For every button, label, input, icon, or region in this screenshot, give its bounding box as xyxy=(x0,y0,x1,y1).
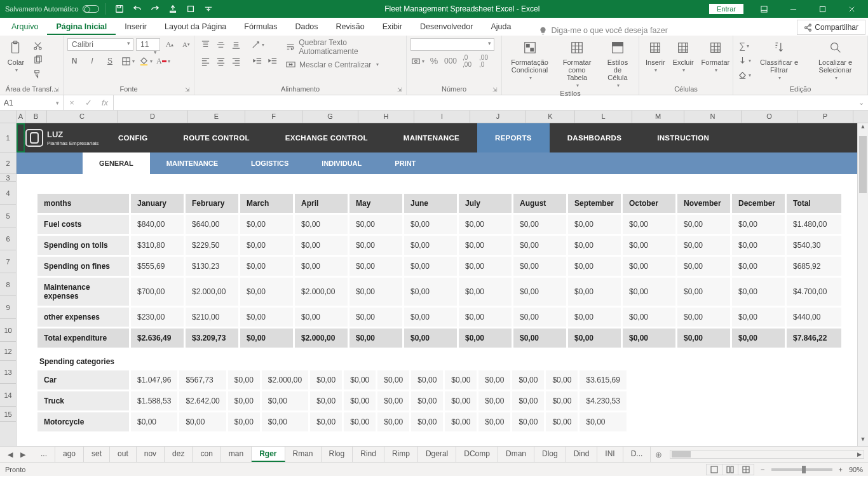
row-header[interactable]: 4 xyxy=(0,182,16,205)
fx-icon[interactable]: fx xyxy=(97,98,113,107)
sheet-tab[interactable]: set xyxy=(84,447,110,462)
view-page-break-icon[interactable] xyxy=(738,464,754,475)
zoom-out-icon[interactable]: − xyxy=(761,466,764,473)
tab-developer[interactable]: Desenvolvedor xyxy=(411,18,482,35)
maximize-icon[interactable] xyxy=(808,0,836,18)
wrap-text-button[interactable]: Quebrar Texto Automaticamente xyxy=(286,38,402,56)
touch-mode-icon[interactable] xyxy=(166,2,180,16)
view-normal-icon[interactable] xyxy=(706,464,722,475)
sheet-tab[interactable]: Dman xyxy=(498,447,534,462)
sheet-tab[interactable]: D... xyxy=(623,447,651,462)
subnav-item[interactable]: LOGISTICS xyxy=(234,152,305,174)
sheet-tab[interactable]: ... xyxy=(33,447,55,462)
login-button[interactable]: Entrar xyxy=(709,4,743,14)
format-as-table-button[interactable]: Formatar como Tabela▾ xyxy=(555,38,599,88)
sheet-body[interactable]: LUZPlanilhas Empresariais CONFIGROUTE CO… xyxy=(17,123,857,446)
sheet-tab[interactable]: Dind xyxy=(566,447,598,462)
tab-formulas[interactable]: Fórmulas xyxy=(235,18,286,35)
col-header[interactable]: F xyxy=(245,111,302,123)
underline-icon[interactable]: S xyxy=(103,55,117,67)
formula-input[interactable] xyxy=(114,95,868,110)
sheet-tab[interactable]: Dgeral xyxy=(418,447,456,462)
align-right-icon[interactable] xyxy=(229,55,243,67)
sheet-tab[interactable]: Rger xyxy=(252,447,285,462)
accounting-format-icon[interactable]: ▾ xyxy=(410,55,424,67)
row-header[interactable]: 12 xyxy=(0,342,16,361)
align-center-icon[interactable] xyxy=(214,55,227,67)
sheet-tab[interactable]: nov xyxy=(137,447,165,462)
nav-item[interactable]: ROUTE CONTROL xyxy=(166,123,268,152)
cell-styles-button[interactable]: Estilos de Célula▾ xyxy=(600,38,635,88)
sheet-tab[interactable]: ago xyxy=(55,447,84,462)
orientation-icon[interactable]: ▾ xyxy=(250,38,264,51)
row-header[interactable]: 15 xyxy=(0,407,16,422)
col-header[interactable]: O xyxy=(742,111,797,123)
col-header[interactable]: B xyxy=(25,111,47,123)
fill-color-icon[interactable]: ▾ xyxy=(139,55,153,67)
increase-decimal-icon[interactable]: ,0,00 xyxy=(460,55,474,67)
tab-view[interactable]: Exibir xyxy=(374,18,411,35)
col-header[interactable]: E xyxy=(188,111,245,123)
percent-icon[interactable]: % xyxy=(427,55,441,67)
sort-filter-button[interactable]: Classificar e Filtrar▾ xyxy=(755,38,803,81)
undo-icon[interactable] xyxy=(130,2,144,16)
col-header[interactable]: L xyxy=(575,111,632,123)
row-header[interactable]: 5 xyxy=(0,205,16,227)
cut-icon[interactable] xyxy=(31,39,44,52)
nav-item[interactable]: CONFIG xyxy=(100,123,166,152)
zoom-in-icon[interactable]: + xyxy=(839,466,843,473)
sheet-tab[interactable]: Rlog xyxy=(322,447,353,462)
col-header[interactable]: D xyxy=(118,111,188,123)
col-header[interactable]: M xyxy=(632,111,684,123)
fill-icon[interactable]: ▾ xyxy=(737,54,751,67)
cancel-formula-icon[interactable]: × xyxy=(64,98,80,107)
number-format-select[interactable] xyxy=(410,38,494,51)
close-icon[interactable] xyxy=(837,0,865,18)
increase-font-icon[interactable]: A▴ xyxy=(163,38,177,51)
comma-icon[interactable]: 000 xyxy=(444,55,458,67)
col-header[interactable]: I xyxy=(414,111,470,123)
print-preview-icon[interactable] xyxy=(184,2,198,16)
tab-data[interactable]: Dados xyxy=(286,18,327,35)
sheet-tab[interactable]: dez xyxy=(165,447,193,462)
autosum-icon[interactable]: ∑▾ xyxy=(737,39,751,52)
col-header[interactable]: P xyxy=(797,111,853,123)
format-painter-icon[interactable] xyxy=(31,67,44,80)
find-select-button[interactable]: Localizar e Selecionar▾ xyxy=(807,38,864,81)
nav-item[interactable]: EXCHANGE CONTROL xyxy=(268,123,386,152)
clear-icon[interactable]: ▾ xyxy=(737,69,751,81)
sheet-tab[interactable]: man xyxy=(221,447,252,462)
align-bottom-icon[interactable] xyxy=(229,38,243,51)
font-size-select[interactable]: 11 xyxy=(136,38,160,51)
row-header[interactable]: 9 xyxy=(0,296,16,319)
tab-help[interactable]: Ajuda xyxy=(482,18,520,35)
row-header[interactable]: 13 xyxy=(0,361,16,384)
decrease-decimal-icon[interactable]: ,00,0 xyxy=(477,55,491,67)
sheet-tab[interactable]: Rind xyxy=(353,447,384,462)
name-box[interactable]: A1 xyxy=(0,95,64,110)
sheet-tab[interactable]: out xyxy=(110,447,137,462)
tell-me-search[interactable]: Diga-me o que você deseja fazer xyxy=(520,26,797,35)
vertical-scrollbar[interactable]: ▲ ▼ xyxy=(857,123,868,446)
nav-item[interactable]: INSTRUCTION xyxy=(639,123,727,152)
row-header[interactable]: 1 xyxy=(0,123,16,152)
align-top-icon[interactable] xyxy=(198,38,212,51)
format-cells-button[interactable]: Formatar▾ xyxy=(699,38,733,73)
row-header[interactable]: 7 xyxy=(0,250,16,273)
paste-button[interactable]: Colar▾ xyxy=(4,38,28,73)
horizontal-scrollbar[interactable]: ◀ ▶ xyxy=(670,450,864,459)
increase-indent-icon[interactable] xyxy=(266,55,280,67)
col-header[interactable]: H xyxy=(358,111,414,123)
sheet-nav-prev-icon[interactable]: ◀ xyxy=(5,451,15,459)
col-header[interactable]: A xyxy=(17,111,25,123)
subnav-item[interactable]: GENERAL xyxy=(83,152,150,174)
sheet-tab[interactable]: INI xyxy=(597,447,623,462)
merge-center-button[interactable]: Mesclar e Centralizar▾ xyxy=(286,60,402,69)
decrease-font-icon[interactable]: A▾ xyxy=(179,38,193,51)
font-color-icon[interactable]: A▾ xyxy=(156,55,170,67)
bold-icon[interactable]: N xyxy=(67,55,81,67)
tab-review[interactable]: Revisão xyxy=(327,18,374,35)
col-header[interactable]: C xyxy=(47,111,118,123)
font-name-select[interactable]: Calibri xyxy=(67,38,133,51)
subnav-item[interactable]: PRINT xyxy=(378,152,432,174)
